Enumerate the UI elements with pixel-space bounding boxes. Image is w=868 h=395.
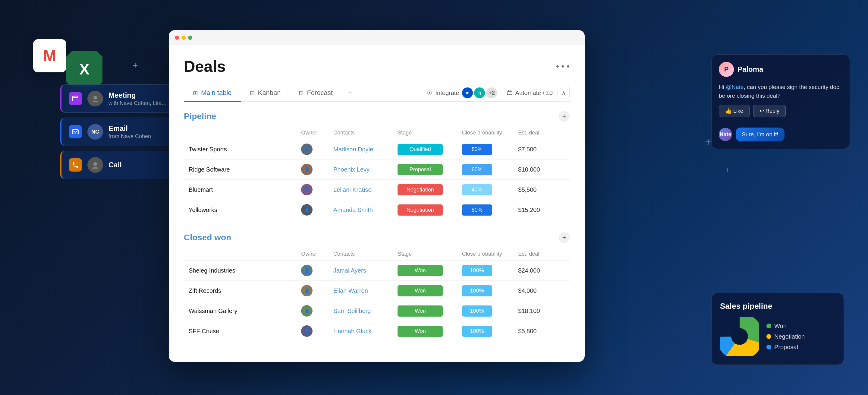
titlebar-close[interactable] [175,36,179,40]
chat-sender-avatar: P [719,62,734,77]
reply-bubble: Sure, I'm on it! [736,127,784,142]
automate-button[interactable]: Automate / 10 [502,87,558,99]
closed-won-add-button[interactable]: + [559,232,569,243]
table-row: Sheleg Industries 👤 Jamal Ayers Won 100%… [184,261,569,281]
pipeline-table-body: Twister Sports 👤 Madison Doyle Qualified… [184,139,569,220]
deal-owner-avatar: 👤 [301,325,313,337]
titlebar-minimize[interactable] [181,36,186,40]
email-card[interactable]: NC Email from Nave Cohen [60,118,187,146]
legend-item-won: Won [767,323,805,330]
deal-name: Waissman Gallery [189,308,291,314]
svg-point-4 [93,96,97,99]
deal-contact[interactable]: Elian Warren [333,287,368,294]
deal-contact[interactable]: Sam Spillberg [333,308,371,314]
svg-rect-0 [73,96,78,101]
deal-prob: 100% [462,326,492,337]
deal-owner-avatar: 👤 [301,184,313,195]
deal-name: Ridge Software [189,166,291,173]
deal-prob: 40% [462,184,492,195]
closed-won-table-body: Sheleg Industries 👤 Jamal Ayers Won 100%… [184,261,569,341]
deal-prob: 60% [462,164,492,175]
call-card[interactable]: Call [60,151,187,179]
pipeline-table-header: Owner Contacts Stage Close probability E… [184,127,569,139]
deal-est: $5,800 [513,321,569,341]
col-header-est: Est. deal [513,248,569,261]
kanban-icon: ⊟ [250,89,255,96]
deal-prob: 80% [462,205,492,216]
deal-name: Bluemart [189,186,291,193]
tabs-bar: ⊞ Main table ⊟ Kanban ⊡ Forecast + Integ… [184,85,569,102]
legend-item-negotiation: Negotiation [767,333,805,340]
chat-header: P Paloma [719,62,842,77]
legend-item-proposal: Proposal [767,344,805,351]
col-header-owner: Owner [296,248,329,261]
tab-main-table[interactable]: ⊞ Main table [184,85,241,102]
sales-legend: Won Negotiation Proposal [767,323,805,351]
col-header-name [184,127,296,139]
meeting-card[interactable]: Meeting with Nave Cohen, Lita... [60,85,187,113]
closed-won-title: Closed won [184,233,231,242]
deal-owner-avatar: 👤 [301,164,313,175]
collapse-button[interactable]: ∧ [558,87,569,99]
deal-contact[interactable]: Hannah Gluck [333,328,372,334]
integrate-button[interactable]: Integrate m g +2 [422,85,502,101]
deal-contact[interactable]: Leilani Krause [333,186,372,193]
integrate-icons: m g +2 [462,87,497,98]
crm-window: Deals • • • ⊞ Main table ⊟ Kanban ⊡ Fore… [169,30,585,362]
deal-contact[interactable]: Jamal Ayers [333,267,366,274]
reply-avatar: Nate [719,128,732,141]
deal-contact[interactable]: Madison Doyle [333,146,373,153]
integrate-badge-2: g [474,87,485,98]
svg-rect-5 [72,130,79,134]
table-row: Yelloworks 👤 Amanda Smith Negotiation 80… [184,200,569,220]
deal-owner-avatar: 👤 [301,204,313,216]
table-row: Bluemart 👤 Leilani Krause Negotiation 40… [184,180,569,200]
deal-est: $10,000 [513,159,569,180]
chat-sender-name: Paloma [738,65,763,73]
sales-pipeline-title: Sales pipeline [720,302,835,311]
pipeline-title: Pipeline [184,112,216,121]
col-header-prob: Close probability [457,248,514,261]
deco-plus-1: + [133,60,138,70]
pipeline-section-header: Pipeline + [184,111,569,122]
call-icon [69,158,82,172]
deal-contact[interactable]: Phoenix Levy [333,166,370,173]
titlebar-maximize[interactable] [188,36,192,40]
deal-contact[interactable]: Amanda Smith [333,207,373,213]
pipeline-add-button[interactable]: + [559,111,569,122]
meeting-avatar [87,91,103,107]
deal-est: $4,000 [513,281,569,301]
deal-name: Twister Sports [189,146,291,153]
chat-actions: 👍 Like ↩ Reply [719,105,842,117]
email-avatar: NC [87,124,103,140]
col-header-contacts: Contacts [329,127,393,139]
gmail-icon: M [33,39,66,72]
window-titlebar [169,30,585,45]
crm-header: Deals • • • [184,57,569,75]
col-header-est: Est. deal [513,127,569,139]
meeting-icon [69,92,82,105]
more-options-button[interactable]: • • • [556,62,569,71]
deal-name: Zift Records [189,287,291,294]
like-button[interactable]: 👍 Like [719,105,749,117]
tab-forecast[interactable]: ⊡ Forecast [290,85,342,102]
deal-stage: Won [398,305,443,316]
deal-prob: 100% [462,305,492,316]
col-header-name [184,248,296,261]
deal-owner-avatar: 👤 [301,305,313,316]
deal-stage: Qualified [398,144,443,155]
excel-icon-container: X [66,51,102,87]
deal-prob: 80% [462,144,492,155]
col-header-prob: Close probability [457,127,514,139]
col-header-contacts: Contacts [329,248,393,261]
add-tab-button[interactable]: + [342,85,358,101]
svg-point-6 [93,162,97,166]
deal-name: Yelloworks [189,207,291,213]
integrate-badge-1: m [462,87,473,98]
closed-won-table-header: Owner Contacts Stage Close probability E… [184,248,569,261]
sales-pie-chart [720,317,759,356]
tab-kanban[interactable]: ⊟ Kanban [241,85,290,102]
deal-prob: 100% [462,285,492,296]
chat-mention: @Nate [726,84,744,90]
reply-button[interactable]: ↩ Reply [753,105,786,117]
